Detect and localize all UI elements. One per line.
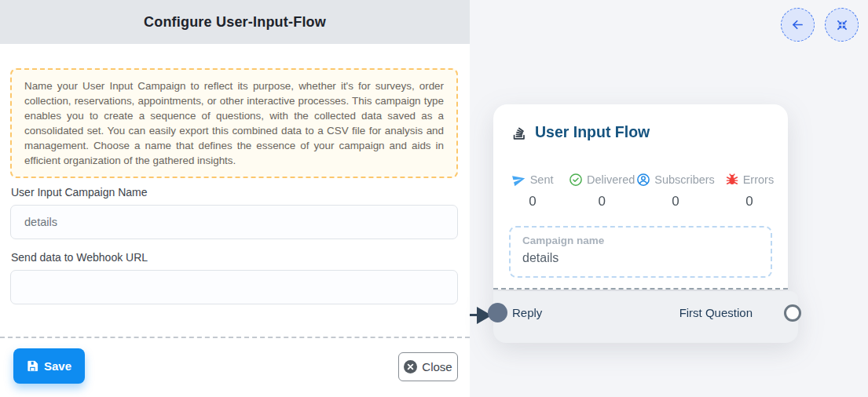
webhook-url-label: Send data to Webhook URL [11,251,148,264]
close-button[interactable]: Close [398,352,458,381]
stat-value: 0 [745,194,753,209]
info-text: Name your User Input Campaign to reflect… [24,80,444,166]
stat-label: Delivered [587,173,635,186]
campaign-name-label: User Input Campaign Name [11,186,148,198]
campaign-box-label: Campaign name [522,235,759,246]
stat-label: Subscribers [654,173,715,186]
check-circle-icon [569,173,583,187]
fit-view-button[interactable] [825,8,859,42]
user-circle-icon [636,173,650,187]
campaign-name-box[interactable]: Campaign name details [509,226,772,278]
stat-value: 0 [672,194,679,209]
panel-header: Configure User-Input-Flow [0,0,470,44]
save-button[interactable]: Save [13,348,85,384]
arrow-left-icon [790,17,805,32]
bug-icon [725,173,739,187]
send-icon [512,173,526,187]
stat-value: 0 [598,194,605,209]
save-icon [27,360,38,372]
campaign-box-value: details [522,251,759,265]
user-input-flow-node[interactable]: User Input Flow Sent 0 [493,104,798,343]
stat-value: 0 [529,194,536,209]
node-footer: Reply First Question [493,291,798,343]
close-button-label: Close [422,360,452,373]
webhook-url-input[interactable] [10,270,458,304]
stat-label: Sent [530,173,554,186]
stat-label: Errors [743,173,774,186]
node-stats-row: Sent 0 Delivered 0 [498,173,784,209]
page-title: Configure User-Input-Flow [144,14,326,31]
save-button-label: Save [44,359,71,373]
campaign-name-input[interactable] [10,205,458,239]
reply-input-handle[interactable] [488,303,507,322]
stat-errors: Errors 0 [715,173,784,209]
stat-delivered: Delivered 0 [567,173,636,209]
compress-icon [835,18,849,32]
stack-icon [511,124,528,141]
reply-label: Reply [512,306,542,319]
footer-divider [0,337,470,338]
stat-subscribers: Subscribers 0 [636,173,715,209]
config-panel: Configure User-Input-Flow Name your User… [0,0,470,397]
flow-canvas[interactable]: User Input Flow Sent 0 [470,0,868,397]
stat-sent: Sent 0 [498,173,567,209]
first-question-label: First Question [679,306,753,319]
close-icon [404,360,417,373]
campaign-info-box: Name your User Input Campaign to reflect… [10,68,458,178]
node-body: User Input Flow Sent 0 [493,104,788,290]
node-title: User Input Flow [535,123,650,141]
back-button[interactable] [781,8,815,42]
first-question-output-handle[interactable] [784,304,801,322]
